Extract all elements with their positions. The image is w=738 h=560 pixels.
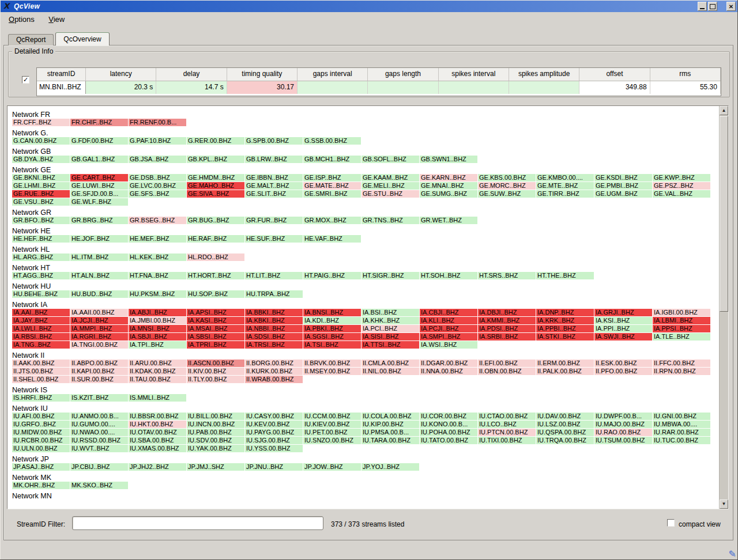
stream-cell[interactable]: GE.UGM..BHZ bbox=[594, 190, 652, 198]
stream-cell[interactable]: HT.FNA..BHZ bbox=[129, 272, 186, 279]
stream-cell[interactable]: HT.LIT..BHZ bbox=[245, 272, 303, 279]
stream-cell[interactable]: IA.JAY..BHZ bbox=[12, 317, 70, 324]
stream-cell[interactable]: IU.MBWA.00.... bbox=[653, 421, 710, 428]
stream-cell[interactable]: IU.XMAS.00.BHZ bbox=[129, 445, 186, 452]
stream-cell[interactable]: HU.BEHE..BHZ bbox=[12, 290, 70, 298]
stream-cell[interactable]: IA.TRSI..BHZ bbox=[245, 341, 303, 349]
stream-cell[interactable]: GE.IBBN..BHZ bbox=[245, 174, 303, 181]
stream-cell[interactable]: IA.APSI..BHZ bbox=[187, 309, 244, 316]
stream-cell[interactable]: HE.SUF..BHZ bbox=[245, 235, 303, 243]
stream-cell[interactable]: IA.PPSI..BHZ bbox=[653, 325, 710, 332]
maximize-button[interactable] bbox=[708, 2, 717, 11]
stream-cell[interactable]: IU.SNZO.00.BHZ bbox=[303, 437, 361, 444]
stream-cell[interactable]: IU.TRQA.00.BHZ bbox=[536, 437, 594, 444]
stream-cell[interactable]: GE.RUE..BHZ bbox=[12, 190, 70, 198]
stream-cell[interactable]: GE.KSDI..BHZ bbox=[594, 174, 652, 181]
stream-cell[interactable]: IA.GRJI..BHZ bbox=[594, 309, 652, 316]
stream-cell[interactable]: IU.PET.00.BHZ bbox=[303, 429, 361, 436]
stream-cell[interactable]: IA.SMPI..BHZ bbox=[420, 333, 477, 340]
stream-cell[interactable]: IU.KEV.00.BHZ bbox=[245, 421, 303, 428]
stream-cell[interactable]: IU.LSZ.00.BHZ bbox=[536, 421, 594, 428]
stream-cell[interactable]: HL.ITM..BHZ bbox=[70, 253, 128, 261]
stream-cell[interactable]: II.CMLA.00.BHZ bbox=[362, 360, 419, 367]
stream-cell[interactable]: GE.KBS.00.BHZ bbox=[478, 174, 536, 181]
stream-cell[interactable]: GE.LVC.00.BHZ bbox=[129, 182, 186, 190]
stream-cell[interactable]: HT.SOH..BHZ bbox=[420, 272, 477, 279]
stream-cell[interactable]: II.SHEL.00.BHZ bbox=[12, 376, 70, 383]
stream-cell[interactable]: IA.KDI..BHZ bbox=[303, 317, 361, 324]
menu-view[interactable]: View bbox=[45, 14, 68, 25]
stream-cell[interactable]: IA.PDSI..BHZ bbox=[478, 325, 536, 332]
stream-cell[interactable]: HE.MEF..BHZ bbox=[129, 235, 186, 243]
stream-cell[interactable]: IA.SRBI..BHZ bbox=[478, 333, 536, 340]
stream-cell[interactable]: GB.LRW..BHZ bbox=[245, 156, 303, 163]
stream-cell[interactable]: IA.PCJI..BHZ bbox=[420, 325, 477, 332]
stream-cell[interactable]: II.ASCN.00.BHZ bbox=[187, 360, 244, 367]
stream-cell[interactable]: HT.AGG..BHZ bbox=[12, 272, 70, 279]
stream-cell[interactable]: IU.KIEV.00.BHZ bbox=[303, 421, 361, 428]
stream-cell[interactable]: GE.STU..BHZ bbox=[362, 190, 419, 198]
stream-cell[interactable]: II.MSEY.00.BHZ bbox=[303, 368, 361, 375]
stream-cell[interactable]: IU.COLA.00.BHZ bbox=[362, 413, 419, 420]
stream-cell[interactable]: II.AAK.00.BHZ bbox=[12, 360, 70, 367]
stream-cell[interactable]: HL.KEK..BHZ bbox=[129, 253, 186, 261]
stream-cell[interactable]: GE.MALT..BHZ bbox=[245, 182, 303, 190]
stream-cell[interactable]: IA.TLE..BHZ bbox=[653, 333, 710, 340]
stream-cell[interactable]: GE.KWP..BHZ bbox=[653, 174, 710, 181]
stream-cell[interactable]: HT.HORT..BHZ bbox=[187, 272, 244, 279]
minimize-button[interactable] bbox=[698, 2, 707, 11]
stream-cell[interactable]: GE.WLF..BHZ bbox=[70, 198, 128, 206]
stream-cell[interactable]: IU.PAYG.00.BHZ bbox=[245, 429, 303, 436]
stream-cell[interactable]: GR.MOX..BHZ bbox=[303, 217, 361, 224]
stream-cell[interactable]: GB.MCH1..BHZ bbox=[303, 156, 361, 163]
stream-cell[interactable]: IU.SDV.00.BHZ bbox=[187, 437, 244, 444]
stream-cell[interactable]: GE.PMBI..BHZ bbox=[594, 182, 652, 190]
stream-cell[interactable]: G.FDF.00.BHZ bbox=[70, 137, 128, 145]
stream-cell[interactable]: IS.MMLI..BHZ bbox=[129, 394, 186, 402]
stream-cell[interactable]: II.BORG.00.BHZ bbox=[245, 360, 303, 367]
stream-cell[interactable]: GB.DYA..BHZ bbox=[12, 156, 70, 163]
stream-cell[interactable]: GE.TIRR..BHZ bbox=[536, 190, 594, 198]
stream-cell[interactable]: HU.PKSM..BHZ bbox=[129, 290, 186, 298]
stream-cell[interactable]: HL.ARG..BHZ bbox=[12, 253, 70, 261]
stream-cell[interactable]: GB.SWN1..BHZ bbox=[420, 156, 477, 163]
stream-cell[interactable]: II.RPN.00.BHZ bbox=[653, 368, 710, 375]
stream-cell[interactable]: HE.JOF..BHZ bbox=[70, 235, 128, 243]
stream-cell[interactable]: IU.KONO.00.B... bbox=[420, 421, 477, 428]
stream-cell[interactable]: II.WRAB.00.BHZ bbox=[245, 376, 303, 383]
stream-cell[interactable]: MK.SKO..BHZ bbox=[70, 482, 128, 489]
stream-cell[interactable]: GE.MATE..BHZ bbox=[303, 182, 361, 190]
stream-cell[interactable]: II.KIV.00.BHZ bbox=[187, 368, 244, 375]
stream-cell[interactable]: JP.ASAJ..BHZ bbox=[12, 463, 70, 471]
stream-cell[interactable]: IU.OTAV.00.BHZ bbox=[129, 429, 186, 436]
stream-cell[interactable]: IA.ABJI..BHZ bbox=[129, 309, 186, 316]
column-header-spikes-interval[interactable]: spikes interval bbox=[439, 68, 509, 81]
vertical-scrollbar[interactable]: ▲ ▼ bbox=[719, 106, 728, 509]
stream-cell[interactable]: II.NIL.00.BHZ bbox=[362, 368, 419, 375]
stream-cell[interactable]: IU.KIP.00.BHZ bbox=[362, 421, 419, 428]
stream-cell[interactable]: GB.KPL..BHZ bbox=[187, 156, 244, 163]
stream-cell[interactable]: II.SUR.00.BHZ bbox=[70, 376, 128, 383]
stream-cell[interactable]: IA.BNSI..BHZ bbox=[303, 309, 361, 316]
stream-cell[interactable]: II.ARU.00.BHZ bbox=[129, 360, 186, 367]
column-header-offset[interactable]: offset bbox=[579, 68, 650, 81]
stream-cell[interactable]: GE.MORC..BHZ bbox=[478, 182, 536, 190]
stream-cell[interactable]: IU.NWAO.00.... bbox=[70, 429, 128, 436]
column-header-spikes-amplitude[interactable]: spikes amplitude bbox=[509, 68, 579, 81]
stream-cell[interactable]: IU.CASY.00.BHZ bbox=[245, 413, 303, 420]
stream-cell[interactable]: IU.DWPF.00.B... bbox=[594, 413, 652, 420]
stream-cell[interactable]: G.SSB.00.BHZ bbox=[303, 137, 361, 145]
stream-cell[interactable]: II.DGAR.00.BHZ bbox=[420, 360, 477, 367]
stream-cell[interactable]: IA.KBKI..BHZ bbox=[245, 317, 303, 324]
stream-cell[interactable]: GR.BRG..BHZ bbox=[70, 217, 128, 224]
stream-cell[interactable]: GE.LUWI..BHZ bbox=[70, 182, 128, 190]
stream-cell[interactable]: GE.LHMI..BHZ bbox=[12, 182, 70, 190]
stream-cell[interactable]: JP.JNU..BHZ bbox=[245, 463, 303, 471]
stream-cell[interactable]: GE.SUW..BHZ bbox=[478, 190, 536, 198]
stream-cell[interactable]: IU.POHA.00.BHZ bbox=[420, 429, 477, 436]
stream-cell[interactable]: IA.TNG..BHZ bbox=[12, 341, 70, 349]
stream-cell[interactable]: IU.TIXI.00.BHZ bbox=[478, 437, 536, 444]
stream-cell[interactable]: FR.RENF.00.B... bbox=[129, 119, 186, 126]
stream-cell[interactable]: MK.OHR..BHZ bbox=[12, 482, 70, 489]
stream-cell[interactable]: HT.PAIG..BHZ bbox=[303, 272, 361, 279]
